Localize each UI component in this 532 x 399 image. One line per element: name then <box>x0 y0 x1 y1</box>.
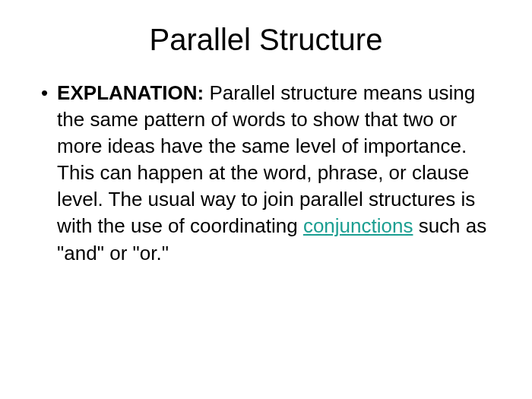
bullet-marker: • <box>41 80 48 106</box>
conjunctions-link[interactable]: conjunctions <box>303 214 413 237</box>
explanation-label: EXPLANATION: <box>57 81 204 104</box>
bullet-item: • EXPLANATION: Parallel structure means … <box>38 80 494 267</box>
slide-title: Parallel Structure <box>38 23 494 57</box>
body-paragraph: EXPLANATION: Parallel structure means us… <box>57 80 494 267</box>
